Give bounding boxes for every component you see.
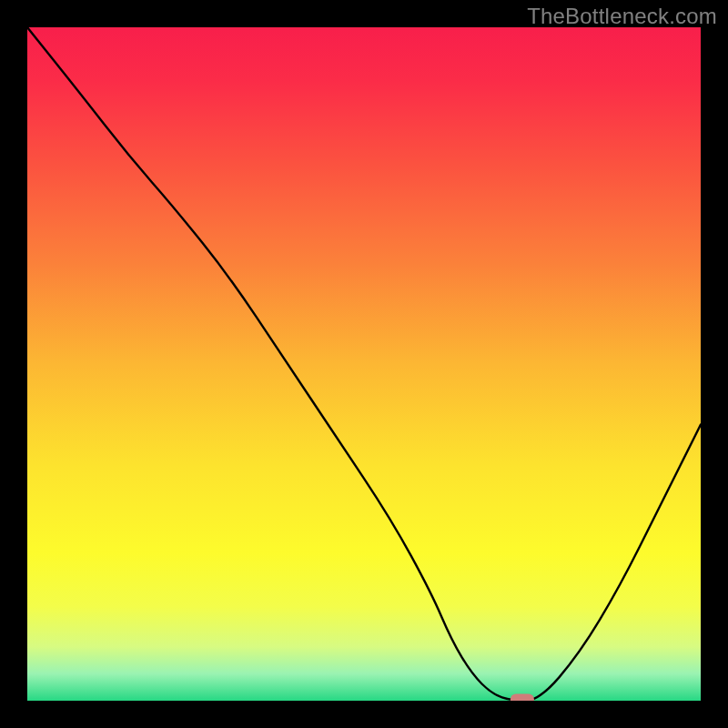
optimal-marker (511, 694, 534, 702)
gradient-rect (27, 27, 701, 701)
chart-svg (27, 27, 701, 701)
chart-frame: TheBottleneck.com (0, 0, 728, 728)
attribution-text: TheBottleneck.com (527, 4, 717, 29)
plot-area (27, 27, 701, 701)
